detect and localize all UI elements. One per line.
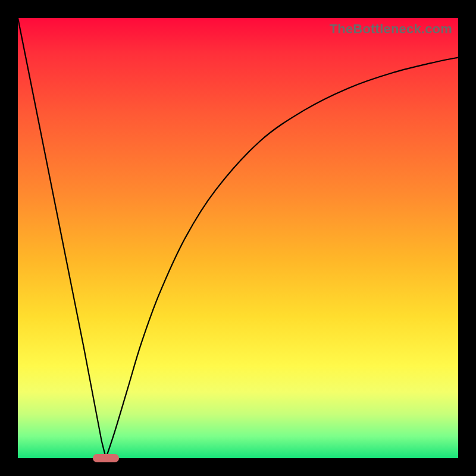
curve-path: [18, 18, 458, 458]
plot-area: TheBottleneck.com: [18, 18, 458, 458]
bottleneck-curve: [18, 18, 458, 458]
min-marker: [93, 454, 119, 462]
chart-frame: TheBottleneck.com: [0, 0, 476, 476]
